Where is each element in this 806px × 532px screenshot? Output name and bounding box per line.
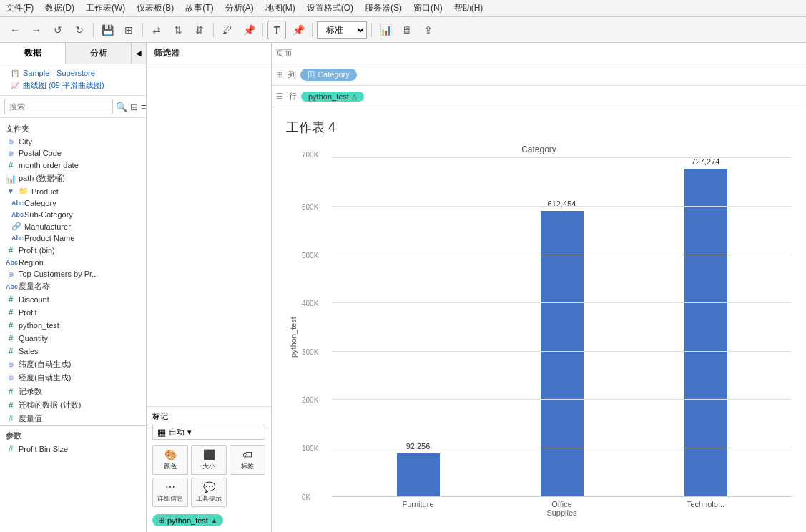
marks-detail-button[interactable]: ⋯ 详细信息 (152, 478, 188, 507)
marks-label-button[interactable]: 🏷 标签 (230, 445, 265, 475)
column-shelf: ⊞ 列 田 Category (272, 64, 806, 86)
field-profit-bin-size[interactable]: # Profit Bin Size (0, 443, 146, 455)
tab-analysis[interactable]: 分析 (66, 43, 132, 64)
field-record-count[interactable]: # 记录数 (0, 385, 146, 398)
sort-desc-button[interactable]: ⇵ (190, 21, 209, 39)
field-subcategory-icon: Abc (11, 211, 21, 218)
field-discount[interactable]: # Discount (0, 293, 146, 306)
pill-triangle: ▲ (211, 517, 217, 524)
menu-file[interactable]: 文件(F) (6, 2, 34, 14)
menu-help[interactable]: 帮助(H) (454, 2, 483, 14)
field-manufacturer-label: Manufacturer (24, 222, 143, 231)
field-profit[interactable]: # Profit (0, 306, 146, 319)
highlight-button[interactable]: 📌 (240, 21, 258, 39)
fit-button[interactable]: 🖊 (218, 21, 237, 39)
forward-button[interactable]: → (27, 21, 46, 39)
chart-type-name: 曲线图 (09 平滑曲线图) (23, 80, 139, 91)
field-lat-icon: ⊕ (6, 360, 16, 368)
menu-data[interactable]: 数据(D) (45, 2, 74, 14)
save-button[interactable]: 💾 (98, 21, 117, 39)
field-region-label: Region (19, 258, 143, 267)
field-lat-label: 纬度(自动生成) (19, 359, 143, 370)
marks-type-dropdown[interactable]: ▦ 自动 ▾ (152, 425, 265, 440)
field-measure-values-icon: # (6, 414, 16, 424)
field-migration[interactable]: # 迁移的数据 (计数) (0, 398, 146, 412)
tooltip-icon: 💬 (203, 481, 215, 493)
field-category-label: Category (24, 199, 143, 207)
sort-asc-button[interactable]: ⇅ (169, 21, 187, 39)
field-month-label: month order date (19, 161, 143, 169)
back-button[interactable]: ← (6, 21, 24, 39)
field-profit-bin[interactable]: # Profit (bin) (0, 244, 146, 257)
share-button[interactable]: ⇪ (419, 21, 438, 39)
col-pill[interactable]: 田 Category (300, 69, 357, 81)
menu-server[interactable]: 服务器(S) (365, 2, 402, 14)
marks-color-button[interactable]: 🎨 颜色 (152, 445, 188, 475)
menu-format[interactable]: 设置格式(O) (307, 2, 353, 14)
toolbar-separator-2 (142, 23, 143, 37)
marks-tooltip-button[interactable]: 💬 工具提示 (191, 478, 227, 507)
field-postal-code[interactable]: ⊕ Postal Code (0, 147, 146, 159)
python-test-pill[interactable]: ⊞ python_test ▲ (152, 514, 223, 526)
menu-dashboard[interactable]: 仪表板(B) (137, 2, 174, 14)
redo-button[interactable]: ↺ (70, 21, 89, 39)
field-top-customers[interactable]: ⊕ Top Customers by Pr... (0, 268, 146, 280)
field-profit-icon: # (6, 307, 16, 317)
chart-type-button[interactable]: 📊 (376, 21, 395, 39)
main-layout: 数据 分析 ◀ 📋 Sample - Superstore 📈 曲线图 (09 … (0, 43, 806, 532)
undo-button[interactable]: ↺ (49, 21, 67, 39)
menu-story[interactable]: 故事(T) (185, 2, 213, 14)
field-product-name-icon: Abc (11, 235, 21, 242)
view-size-dropdown[interactable]: 标准 (317, 21, 367, 39)
marks-size-button[interactable]: ⬛ 大小 (191, 445, 227, 475)
field-python-test[interactable]: # python_test (0, 319, 146, 332)
field-path[interactable]: 📊 path (数据桶) (0, 172, 146, 185)
field-sales[interactable]: # Sales (0, 345, 146, 358)
datasource-name: Sample - Superstore (23, 69, 139, 77)
panel-collapse-button[interactable]: ◀ (132, 43, 146, 64)
search-input[interactable] (4, 99, 113, 114)
row-pill[interactable]: python_test △ (301, 92, 364, 102)
chart-title: 工作表 4 (286, 119, 792, 136)
menu-window[interactable]: 窗口(N) (413, 2, 443, 14)
field-measure-values[interactable]: # 度量值 (0, 412, 146, 425)
marks-type-label: 自动 (169, 427, 185, 438)
x-label-technology: Technolo... (681, 500, 731, 508)
menu-analysis[interactable]: 分析(A) (225, 2, 254, 14)
field-top-customers-label: Top Customers by Pr... (19, 270, 143, 278)
datasource-item[interactable]: 📋 Sample - Superstore (4, 67, 142, 79)
text-button[interactable]: T (267, 21, 286, 39)
detail-icon: ⋯ (165, 481, 175, 493)
field-manufacturer[interactable]: 🔗 Manufacturer (0, 220, 146, 232)
field-measure-names[interactable]: Abc 度量名称 (0, 280, 146, 293)
field-profit-bin-icon: # (6, 245, 16, 255)
chart-type-item[interactable]: 📈 曲线图 (09 平滑曲线图) (4, 79, 142, 92)
field-migration-label: 迁移的数据 (计数) (19, 400, 143, 410)
field-product-name[interactable]: Abc Product Name (0, 232, 146, 244)
menu-map[interactable]: 地图(M) (265, 2, 295, 14)
field-lat[interactable]: ⊕ 纬度(自动生成) (0, 358, 146, 371)
field-city[interactable]: ⊕ City (0, 136, 146, 147)
field-postal-label: Postal Code (19, 149, 143, 157)
field-lon[interactable]: ⊕ 经度(自动生成) (0, 371, 146, 385)
menu-worksheet[interactable]: 工作表(W) (86, 2, 125, 14)
field-product-name-label: Product Name (24, 234, 143, 242)
swap-button[interactable]: ⇄ (147, 21, 166, 39)
field-subcategory[interactable]: Abc Sub-Category (0, 209, 146, 220)
present-button[interactable]: 🖥 (398, 21, 416, 39)
new-datasource-button[interactable]: ⊞ (119, 21, 138, 39)
pin-button[interactable]: 📌 (289, 21, 308, 39)
tab-data[interactable]: 数据 (0, 43, 66, 64)
list-view-icon[interactable]: ≡ (141, 102, 147, 112)
page-shelf: 页面 (272, 43, 806, 64)
filter-icon[interactable]: ⊞ (130, 102, 138, 112)
field-product-group[interactable]: ▼ 📁 Product (0, 185, 146, 197)
field-category[interactable]: Abc Category (0, 197, 146, 209)
field-region[interactable]: Abc Region (0, 257, 146, 268)
pill-label: python_test (167, 516, 208, 525)
field-path-label: path (数据桶) (19, 173, 143, 184)
field-quantity[interactable]: # Quantity (0, 332, 146, 345)
field-month-order-date[interactable]: # month order date (0, 159, 146, 172)
search-icon[interactable]: 🔍 (116, 102, 127, 112)
field-postal-icon: ⊕ (6, 149, 16, 157)
